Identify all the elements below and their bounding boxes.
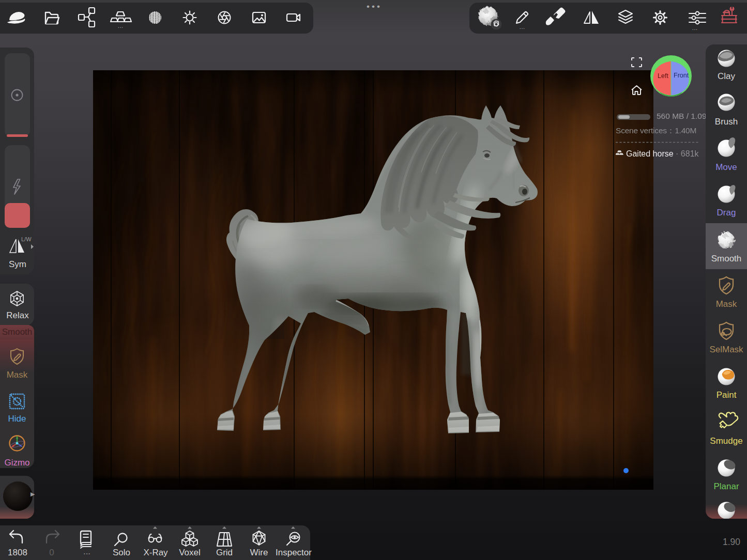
svg-text:Left: Left — [658, 72, 668, 80]
svg-text:...: ... — [692, 24, 698, 32]
svg-text:...: ... — [118, 22, 124, 29]
svg-text:Front: Front — [674, 72, 689, 79]
svg-text:...: ... — [520, 23, 525, 30]
